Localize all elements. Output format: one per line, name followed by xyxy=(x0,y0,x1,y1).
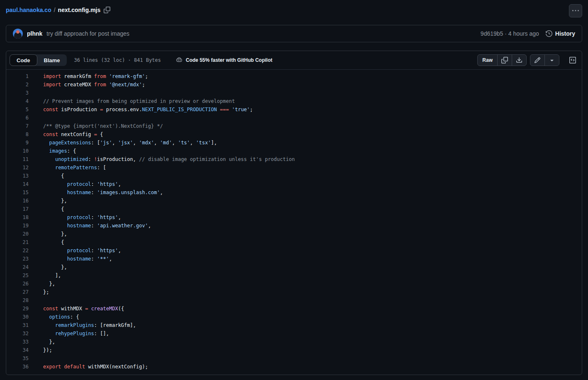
line-content: const isProduction = process.env.NEXT_PU… xyxy=(43,105,253,114)
code-line: 13 { xyxy=(6,172,582,180)
file-header: paul.hanaoka.co / next.config.mjs xyxy=(0,0,588,25)
symbols-panel-button[interactable] xyxy=(567,54,578,66)
code-line: 11 unoptimized: !isProduction, // disabl… xyxy=(6,155,582,163)
tab-code[interactable]: Code xyxy=(10,54,37,66)
code-line: 8const nextConfig = { xyxy=(6,130,582,139)
code-line: 21 { xyxy=(6,238,582,246)
line-number[interactable]: 2 xyxy=(6,80,29,89)
commit-meta-group: 9d619b5 · 4 hours ago History xyxy=(481,30,575,37)
line-number[interactable]: 34 xyxy=(6,346,29,354)
history-icon xyxy=(546,30,552,37)
line-number[interactable]: 32 xyxy=(6,329,29,338)
line-content: protocol: 'https', xyxy=(43,180,121,188)
line-number[interactable]: 29 xyxy=(6,304,29,313)
line-number[interactable]: 16 xyxy=(6,197,29,205)
line-content: protocol: 'https', xyxy=(43,246,121,255)
commit-message[interactable]: try diff approach for post images xyxy=(46,30,129,37)
commit-author[interactable]: plhnk xyxy=(27,30,42,37)
line-number[interactable]: 25 xyxy=(6,271,29,280)
raw-button[interactable]: Raw xyxy=(478,55,497,66)
line-content: pageExtensions: ['js', 'jsx', 'mdx', 'md… xyxy=(43,139,217,147)
code-line: 12 remotePatterns: [ xyxy=(6,163,582,172)
line-number[interactable]: 28 xyxy=(6,296,29,304)
line-content: { xyxy=(43,172,64,180)
line-number[interactable]: 26 xyxy=(6,280,29,288)
line-number[interactable]: 21 xyxy=(6,238,29,246)
code-line: 18 protocol: 'https', xyxy=(6,213,582,222)
copilot-icon xyxy=(176,57,182,63)
line-number[interactable]: 23 xyxy=(6,255,29,263)
download-raw-button[interactable] xyxy=(512,55,526,66)
code-line: 2import createMDX from '@next/mdx'; xyxy=(6,80,582,89)
code-line: 35 xyxy=(6,354,582,363)
download-icon xyxy=(516,57,522,63)
line-number[interactable]: 20 xyxy=(6,230,29,238)
line-number[interactable]: 13 xyxy=(6,172,29,180)
line-number[interactable]: 35 xyxy=(6,354,29,363)
edit-button-group xyxy=(530,54,559,66)
line-content: protocol: 'https', xyxy=(43,213,121,222)
copilot-banner-link[interactable]: Code 55% faster with GitHub Copilot xyxy=(176,57,272,63)
line-number[interactable]: 6 xyxy=(6,114,29,122)
edit-file-button[interactable] xyxy=(530,55,544,66)
line-number[interactable]: 10 xyxy=(6,147,29,155)
code-line: 30 options: { xyxy=(6,313,582,321)
line-number[interactable]: 19 xyxy=(6,222,29,230)
code-line: 6 xyxy=(6,114,582,122)
code-line: 34}); xyxy=(6,346,582,354)
line-content: }); xyxy=(43,346,52,354)
code-blame-segmented-control: Code Blame xyxy=(10,54,67,66)
line-number[interactable]: 27 xyxy=(6,288,29,296)
line-number[interactable]: 11 xyxy=(6,155,29,163)
line-content: const withMDX = createMDX({ xyxy=(43,304,124,313)
code-line: 10 images: { xyxy=(6,147,582,155)
line-number[interactable]: 33 xyxy=(6,338,29,346)
breadcrumb: paul.hanaoka.co / next.config.mjs xyxy=(6,7,111,13)
copy-path-button[interactable] xyxy=(103,7,111,13)
code-line: 9 pageExtensions: ['js', 'jsx', 'mdx', '… xyxy=(6,139,582,147)
code-line: 32 rehypePlugins: [], xyxy=(6,329,582,338)
edit-dropdown-button[interactable] xyxy=(545,55,559,66)
avatar[interactable] xyxy=(13,29,23,39)
code-line: 23 hostname: '**', xyxy=(6,255,582,263)
line-number[interactable]: 24 xyxy=(6,263,29,271)
code-line: 29const withMDX = createMDX({ xyxy=(6,304,582,313)
commit-sha[interactable]: 9d619b5 xyxy=(481,30,503,37)
line-number[interactable]: 1 xyxy=(6,72,29,80)
commit-sha-and-time: 9d619b5 · 4 hours ago xyxy=(481,30,539,37)
history-button[interactable]: History xyxy=(546,30,575,37)
line-number[interactable]: 7 xyxy=(6,122,29,130)
line-number[interactable]: 36 xyxy=(6,363,29,371)
code-square-icon xyxy=(569,57,576,63)
line-number[interactable]: 5 xyxy=(6,105,29,114)
line-number[interactable]: 15 xyxy=(6,188,29,197)
file-toolbar: Code Blame 36 lines (32 loc) · 841 Bytes… xyxy=(6,51,582,70)
line-number[interactable]: 18 xyxy=(6,213,29,222)
line-number[interactable]: 22 xyxy=(6,246,29,255)
line-content: const nextConfig = { xyxy=(43,130,103,139)
line-content: unoptimized: !isProduction, // disable i… xyxy=(43,155,295,163)
line-number[interactable]: 4 xyxy=(6,97,29,105)
code-line: 7/** @type {import('next').NextConfig} *… xyxy=(6,122,582,130)
line-number[interactable]: 14 xyxy=(6,180,29,188)
line-number[interactable]: 8 xyxy=(6,130,29,139)
line-content: /** @type {import('next').NextConfig} */ xyxy=(43,122,163,130)
file-more-options-button[interactable] xyxy=(569,4,582,17)
line-number[interactable]: 12 xyxy=(6,163,29,172)
code-line: 31 remarkPlugins: [remarkGfm], xyxy=(6,321,582,329)
line-content: }; xyxy=(43,288,49,296)
line-number[interactable]: 31 xyxy=(6,321,29,329)
code-line: 15 hostname: 'images.unsplash.com', xyxy=(6,188,582,197)
line-content: import remarkGfm from 'remark-gfm'; xyxy=(43,72,148,80)
line-number[interactable]: 30 xyxy=(6,313,29,321)
line-number[interactable]: 17 xyxy=(6,205,29,213)
line-number[interactable]: 9 xyxy=(6,139,29,147)
tab-blame[interactable]: Blame xyxy=(37,54,67,66)
line-content: }, xyxy=(43,280,55,288)
copy-raw-button[interactable] xyxy=(498,55,512,66)
line-number[interactable]: 3 xyxy=(6,89,29,97)
code-line: 4// Prevent images from being optimized … xyxy=(6,97,582,105)
line-content: }, xyxy=(43,263,67,271)
breadcrumb-repo-link[interactable]: paul.hanaoka.co xyxy=(6,7,51,13)
code-line: 5const isProduction = process.env.NEXT_P… xyxy=(6,105,582,114)
